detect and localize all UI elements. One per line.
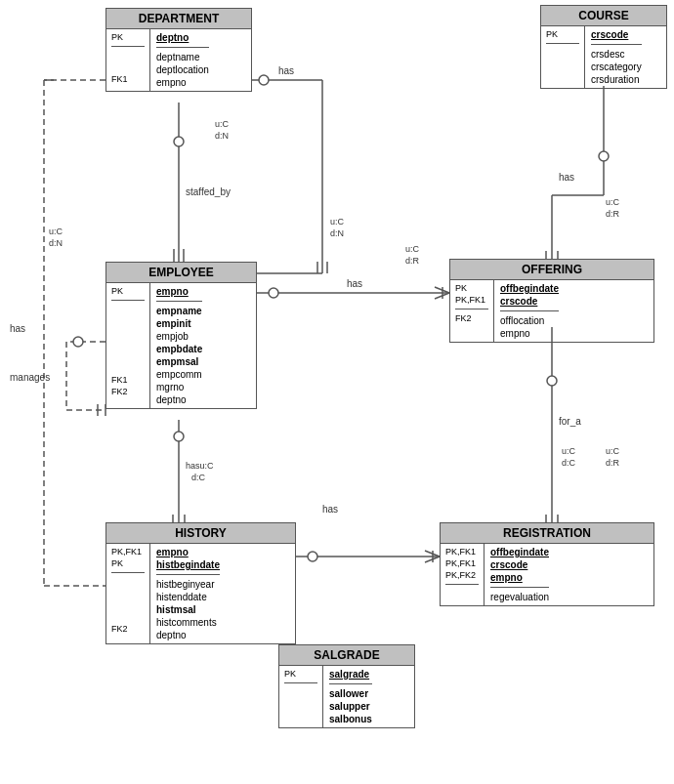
label-has-left: has	[10, 323, 25, 334]
department-keys: PK FK1	[106, 29, 150, 91]
svg-point-2	[174, 137, 184, 146]
entity-header-salgrade: SALGRADE	[279, 645, 414, 666]
label-has-emp-offering: has	[347, 278, 362, 289]
employee-keys: PK FK1 FK2	[106, 283, 150, 408]
course-keys: PK	[541, 26, 585, 88]
svg-text:u:C: u:C	[49, 227, 63, 236]
svg-text:d:R: d:R	[606, 458, 620, 468]
entity-header-registration: REGISTRATION	[441, 523, 653, 544]
entity-header-offering: OFFERING	[450, 260, 653, 280]
registration-attrs: offbegindate crscode empno regevaluation	[484, 544, 555, 605]
svg-point-44	[174, 432, 184, 441]
label-has-emp-history: has	[322, 504, 338, 515]
salgrade-keys: PK	[279, 666, 323, 727]
entity-header-course: COURSE	[541, 6, 666, 26]
history-attrs: empno histbegindate histbeginyear histen…	[150, 544, 226, 643]
label-manages: manages	[10, 372, 50, 383]
department-attrs: deptno deptname deptlocation empno	[150, 29, 215, 91]
entity-course: COURSE PK crscode crsdesc crscategory cr…	[540, 5, 667, 89]
employee-attrs: empno empname empinit empjob empbdate em…	[150, 283, 208, 408]
svg-text:hasu:C: hasu:C	[186, 461, 214, 471]
entity-header-department: DEPARTMENT	[106, 9, 251, 29]
label-for-a: for_a	[559, 416, 581, 427]
svg-line-16	[435, 287, 449, 293]
svg-line-48	[425, 551, 440, 557]
svg-line-49	[425, 557, 440, 562]
svg-point-18	[269, 288, 278, 298]
svg-text:d:C: d:C	[562, 458, 576, 468]
svg-text:d:N: d:N	[49, 238, 63, 248]
svg-text:u:C: u:C	[405, 244, 420, 254]
svg-text:u:C: u:C	[330, 217, 345, 227]
svg-text:d:C: d:C	[191, 473, 206, 482]
course-attrs: crscode crsdesc crscategory crsduration	[585, 26, 648, 88]
svg-point-25	[599, 151, 609, 161]
entity-department: DEPARTMENT PK FK1 deptno deptname deptlo…	[105, 8, 252, 92]
label-has-course: has	[559, 172, 574, 183]
svg-text:d:R: d:R	[405, 256, 420, 266]
offering-attrs: offbegindate crscode offlocation empno	[494, 280, 565, 342]
entity-history: HISTORY PK,FK1 PK FK2 empno histbegindat…	[105, 522, 296, 644]
svg-text:u:C: u:C	[215, 119, 230, 129]
svg-text:u:C: u:C	[606, 197, 620, 207]
svg-text:d:N: d:N	[215, 131, 229, 141]
entity-registration: REGISTRATION PK,FK1 PK,FK1 PK,FK2 offbeg…	[440, 522, 654, 606]
entity-offering: OFFERING PK PK,FK1 FK2 offbegindate crsc…	[449, 259, 654, 343]
svg-line-17	[435, 293, 449, 299]
offering-keys: PK PK,FK1 FK2	[450, 280, 494, 342]
registration-keys: PK,FK1 PK,FK1 PK,FK2	[441, 544, 484, 605]
label-has-dept: has	[278, 65, 294, 76]
diagram-container: DEPARTMENT PK FK1 deptno deptname deptlo…	[0, 0, 674, 784]
history-keys: PK,FK1 PK FK2	[106, 544, 150, 643]
label-staffed-by: staffed_by	[186, 186, 231, 197]
svg-text:u:C: u:C	[606, 446, 620, 456]
entity-header-employee: EMPLOYEE	[106, 263, 256, 283]
salgrade-attrs: salgrade sallower salupper salbonus	[323, 666, 378, 727]
svg-text:d:N: d:N	[330, 228, 344, 238]
svg-point-34	[547, 376, 557, 386]
svg-point-8	[259, 75, 269, 85]
svg-point-46	[308, 552, 317, 561]
svg-point-59	[73, 337, 83, 347]
entity-employee: EMPLOYEE PK FK1 FK2 empno empname empini…	[105, 262, 257, 409]
entity-salgrade: SALGRADE PK salgrade sallower salupper s…	[278, 644, 415, 728]
entity-header-history: HISTORY	[106, 523, 295, 544]
svg-text:u:C: u:C	[562, 446, 576, 456]
svg-text:d:R: d:R	[606, 209, 620, 219]
